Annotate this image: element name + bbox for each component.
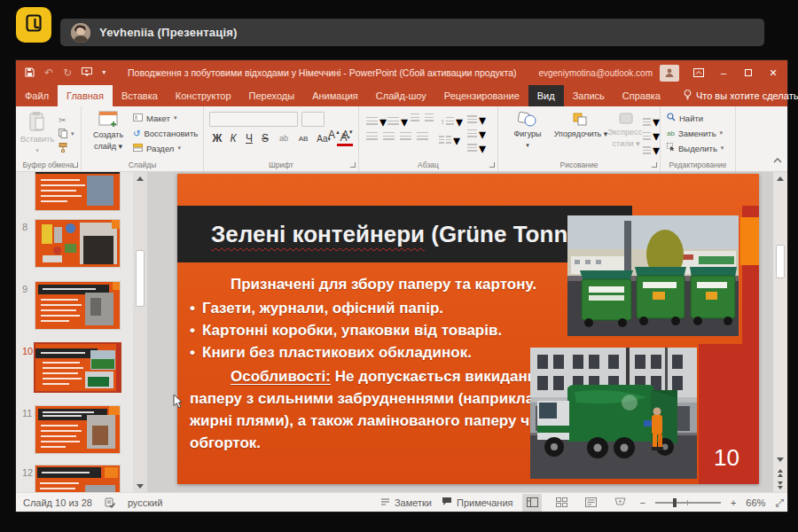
arrange-button[interactable]: Упорядочить ▾	[553, 112, 608, 138]
ribbon-display-options-icon[interactable]	[686, 62, 711, 83]
zoom-out-button[interactable]: −	[639, 497, 645, 508]
justify-button[interactable]	[417, 132, 428, 142]
comments-button[interactable]: Примечания	[442, 497, 513, 508]
scroll-down-arrow[interactable]	[773, 453, 787, 466]
normal-view-button[interactable]	[522, 494, 542, 512]
redo-icon[interactable]: ↻	[63, 67, 72, 78]
paragraph-dialog-launcher[interactable]	[489, 162, 495, 168]
tab-animations[interactable]: Анимация	[303, 85, 367, 106]
spellcheck-icon[interactable]	[105, 497, 115, 508]
slide-title-box[interactable]: Зелені контейнери (Grüne Tonne):	[177, 206, 632, 262]
cut-button[interactable]: ✂	[59, 113, 66, 126]
underline-button[interactable]: Ч	[243, 130, 255, 146]
fit-slide-to-window-button[interactable]: ⤢	[775, 497, 784, 509]
zoom-in-button[interactable]: +	[731, 497, 736, 508]
scroll-down-arrow[interactable]	[133, 480, 147, 492]
minimize-button[interactable]: –	[711, 62, 736, 83]
reading-view-button[interactable]	[581, 494, 600, 512]
tab-file[interactable]: Файл	[16, 85, 58, 106]
tab-slideshow[interactable]: Слайд-шоу	[367, 85, 435, 106]
start-slideshow-icon[interactable]	[82, 67, 92, 78]
quick-styles-button[interactable]: Экспресс- стили ▾	[608, 112, 644, 148]
scroll-up-arrow[interactable]	[773, 172, 787, 184]
scrollbar-thumb[interactable]	[776, 245, 785, 278]
scroll-up-arrow[interactable]	[133, 172, 147, 184]
presenter-pill[interactable]: Yevheniia (Презентація)	[60, 19, 764, 46]
next-slide-button[interactable]	[773, 480, 787, 490]
clipboard-dialog-launcher[interactable]	[73, 162, 78, 168]
paste-button[interactable]: Вставить ▾	[21, 111, 53, 155]
tab-design[interactable]: Конструктор	[167, 85, 240, 106]
collapse-ribbon-icon[interactable]	[773, 151, 782, 167]
tab-view[interactable]: Вид	[528, 85, 564, 106]
tab-insert[interactable]: Вставка	[113, 85, 167, 106]
language-indicator[interactable]: русский	[128, 497, 162, 508]
italic-button[interactable]: К	[227, 130, 239, 146]
bold-button[interactable]: Ж	[211, 130, 223, 146]
slide-thumbnail-7[interactable]	[35, 172, 120, 210]
bullets-button[interactable]: ▾	[366, 113, 387, 130]
layout-button[interactable]: Макет▾	[133, 112, 176, 124]
drawing-dialog-launcher[interactable]	[652, 162, 657, 168]
app-logo[interactable]	[16, 7, 51, 43]
garbage-truck-photo[interactable]	[530, 348, 697, 479]
line-spacing-button[interactable]: ↕▾	[441, 113, 463, 130]
find-button[interactable]: Найти	[667, 112, 703, 124]
maximize-button[interactable]	[736, 62, 761, 83]
main-scrollbar[interactable]	[773, 172, 787, 492]
align-right-button[interactable]	[400, 132, 411, 142]
slide-body-text[interactable]: Призначені для збору паперу та картону. …	[190, 273, 550, 454]
increase-indent-button[interactable]	[425, 113, 434, 123]
tab-home[interactable]: Главная	[58, 85, 113, 106]
numbering-button[interactable]: ▾	[387, 113, 408, 130]
reset-button[interactable]: ↺Восстановить	[133, 127, 198, 139]
align-center-button[interactable]	[383, 132, 395, 142]
section-button[interactable]: Раздел▾	[133, 142, 181, 154]
previous-slide-button[interactable]	[773, 467, 787, 478]
green-containers-photo[interactable]	[567, 215, 739, 336]
tab-record[interactable]: Запись	[564, 85, 614, 106]
copy-button[interactable]: ▾	[59, 128, 74, 140]
thumbnail-scrollbar[interactable]	[133, 172, 147, 492]
change-case-button[interactable]: Аа▾	[314, 130, 333, 146]
account-avatar[interactable]	[660, 65, 679, 82]
slide-thumbnail-10[interactable]	[35, 344, 120, 391]
columns-button[interactable]: ▾	[439, 132, 460, 149]
new-slide-button[interactable]: Создать слайд ▾	[89, 111, 128, 151]
scrollbar-thumb[interactable]	[136, 250, 145, 307]
slide-sorter-view-button[interactable]	[552, 494, 571, 512]
tab-review[interactable]: Рецензирование	[435, 85, 528, 106]
zoom-slider-thumb[interactable]	[673, 498, 677, 507]
slide-canvas[interactable]: Зелені контейнери (Grüne Tonne): Признач…	[177, 174, 759, 484]
character-spacing-button[interactable]: АВ	[294, 130, 312, 146]
font-name-combo[interactable]	[209, 112, 298, 127]
zoom-slider[interactable]	[655, 502, 721, 504]
slide-thumbnail-9[interactable]	[35, 282, 120, 329]
align-left-button[interactable]	[366, 132, 378, 142]
notes-button[interactable]: Заметки	[380, 497, 432, 508]
decrease-indent-button[interactable]	[411, 113, 419, 123]
shape-effects-button[interactable]: ▾	[643, 142, 660, 159]
customize-qat-icon[interactable]: ▾	[102, 69, 106, 76]
tab-transitions[interactable]: Переходы	[240, 85, 304, 106]
slide-thumbnail-12[interactable]	[35, 466, 120, 492]
replace-button[interactable]: abЗаменить▾	[667, 127, 723, 139]
shapes-button[interactable]: Фигуры ▾	[507, 112, 548, 150]
zoom-level[interactable]: 66%	[746, 497, 765, 508]
select-button[interactable]: Выделить▾	[667, 142, 724, 154]
font-dialog-launcher[interactable]	[350, 162, 356, 168]
slide-thumbnail-8[interactable]	[35, 220, 120, 267]
slide-thumbnail-11[interactable]	[35, 406, 120, 453]
text-shadow-button[interactable]: ab	[275, 130, 293, 146]
save-icon[interactable]	[25, 67, 35, 79]
close-button[interactable]: ✕	[761, 62, 786, 83]
strikethrough-button[interactable]: S	[259, 130, 271, 146]
font-color-button[interactable]: А▾	[337, 130, 353, 146]
slideshow-view-button[interactable]	[610, 494, 630, 512]
undo-icon[interactable]: ↶	[44, 67, 53, 78]
slide-counter[interactable]: Слайд 10 из 28	[23, 497, 92, 508]
format-painter-button[interactable]	[59, 142, 67, 154]
smartart-convert-button[interactable]: ▾	[467, 140, 486, 157]
tell-me-box[interactable]: Что вы хотите сделать?	[684, 85, 798, 106]
font-size-combo[interactable]	[301, 112, 325, 127]
